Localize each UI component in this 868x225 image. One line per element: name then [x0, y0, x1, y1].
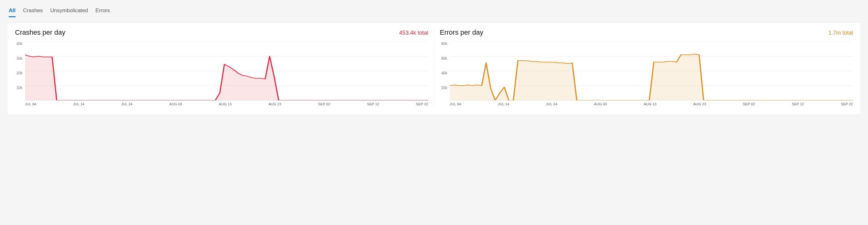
- tabs-bar: All Crashes Unsymbolicated Errors: [7, 6, 861, 17]
- tab-crashes[interactable]: Crashes: [23, 6, 43, 17]
- chart-errors: Errors per day 1.7m total 80k 60k 40k 20…: [434, 28, 853, 107]
- tab-all[interactable]: All: [9, 6, 16, 17]
- y-axis: 80k 60k 40k 20k: [440, 41, 450, 107]
- tab-errors[interactable]: Errors: [95, 6, 110, 17]
- chart-body: 40k 30k 20k 10k: [15, 41, 428, 107]
- x-axis: JUL 04 JUL 14 JUL 24 AUG 03 AUG 13 AUG 2…: [25, 102, 428, 107]
- chart-body: 80k 60k 40k 20k: [440, 41, 853, 107]
- chart-title: Crashes per day: [15, 28, 65, 36]
- chart-total: 453.4k total: [399, 30, 428, 36]
- charts-panel: Crashes per day 453.4k total 40k 30k 20k…: [7, 23, 861, 115]
- chart-total: 1.7m total: [828, 30, 853, 36]
- plot-svg: [450, 41, 853, 100]
- tab-unsymbolicated[interactable]: Unsymbolicated: [50, 6, 88, 17]
- chart-crashes: Crashes per day 453.4k total 40k 30k 20k…: [15, 28, 434, 107]
- series-area: [25, 55, 428, 100]
- y-axis: 40k 30k 20k 10k: [15, 41, 25, 107]
- chart-title: Errors per day: [440, 28, 483, 36]
- x-axis: JUL 04 JUL 14 JUL 24 AUG 03 AUG 13 AUG 2…: [450, 102, 853, 107]
- plot-svg: [25, 41, 428, 100]
